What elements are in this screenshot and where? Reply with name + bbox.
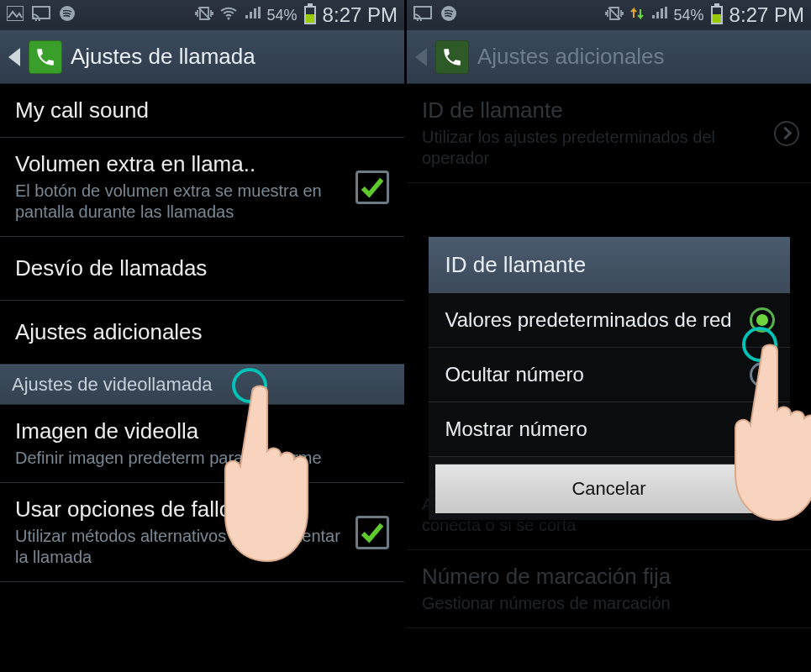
checkbox-icon[interactable] bbox=[355, 516, 389, 549]
signal-icon bbox=[244, 7, 261, 24]
settings-list[interactable]: My call sound Volumen extra en llama.. E… bbox=[0, 84, 404, 582]
spotify-icon bbox=[440, 5, 457, 26]
screen-left: 54% 8:27 PM Ajustes de llamada My call s… bbox=[0, 0, 404, 672]
cast-icon bbox=[413, 6, 432, 25]
radio-icon[interactable] bbox=[750, 307, 775, 333]
app-bar[interactable]: Ajustes de llamada bbox=[0, 30, 404, 84]
item-extra-volume[interactable]: Volumen extra en llama.. El botón de vol… bbox=[0, 138, 404, 237]
svg-point-4 bbox=[227, 17, 229, 19]
section-video: Ajustes de videollamada bbox=[0, 365, 404, 405]
app-bar[interactable]: Ajustes adicionales bbox=[407, 30, 811, 84]
back-icon[interactable] bbox=[8, 48, 20, 66]
status-clock: 8:27 PM bbox=[323, 3, 398, 27]
item-my-call-sound[interactable]: My call sound bbox=[0, 84, 404, 138]
battery-percent: 54% bbox=[674, 7, 704, 24]
gallery-icon bbox=[7, 6, 24, 25]
app-bar-title: Ajustes de llamada bbox=[71, 44, 255, 70]
signal-icon bbox=[650, 7, 667, 24]
status-bar: 54% 8:27 PM bbox=[407, 0, 811, 30]
option-network-default[interactable]: Valores predeterminados de red bbox=[429, 293, 790, 348]
radio-icon[interactable] bbox=[750, 362, 775, 387]
caller-id-dialog: ID de llamante Valores predeterminados d… bbox=[429, 237, 790, 520]
vibrate-icon bbox=[605, 5, 624, 26]
option-hide-number[interactable]: Ocultar número bbox=[429, 348, 790, 402]
dialog-title: ID de llamante bbox=[429, 237, 790, 293]
battery-icon bbox=[304, 6, 316, 24]
item-call-forwarding[interactable]: Desvío de llamadas bbox=[0, 237, 404, 301]
app-bar-title: Ajustes adicionales bbox=[477, 44, 665, 70]
phone-icon bbox=[435, 40, 469, 74]
cast-icon bbox=[32, 6, 50, 25]
dialog-overlay: ID de llamante Valores predeterminados d… bbox=[407, 84, 811, 672]
spotify-icon bbox=[59, 5, 76, 26]
wifi-icon bbox=[220, 7, 237, 24]
screen-right: 54% 8:27 PM Ajustes adicionales ID de ll… bbox=[407, 0, 811, 672]
svg-rect-0 bbox=[7, 6, 24, 21]
battery-icon bbox=[711, 6, 723, 24]
svg-rect-5 bbox=[414, 7, 431, 18]
vibrate-icon bbox=[195, 5, 213, 26]
radio-icon[interactable] bbox=[750, 417, 775, 442]
data-traffic-icon bbox=[630, 6, 644, 25]
cancel-button[interactable]: Cancelar bbox=[435, 464, 783, 513]
item-additional-settings[interactable]: Ajustes adicionales bbox=[0, 301, 404, 365]
item-fallback-options[interactable]: Usar opciones de fallo d.. Utilizar méto… bbox=[0, 483, 404, 582]
phone-icon bbox=[29, 40, 62, 74]
status-bar: 54% 8:27 PM bbox=[0, 0, 404, 30]
option-show-number[interactable]: Mostrar número bbox=[429, 402, 790, 457]
status-clock: 8:27 PM bbox=[729, 3, 804, 27]
back-icon[interactable] bbox=[415, 48, 427, 66]
svg-rect-1 bbox=[33, 7, 50, 18]
item-video-image[interactable]: Imagen de videolla Definir imagen predet… bbox=[0, 405, 404, 483]
checkbox-icon[interactable] bbox=[355, 171, 389, 204]
battery-percent: 54% bbox=[267, 7, 298, 24]
